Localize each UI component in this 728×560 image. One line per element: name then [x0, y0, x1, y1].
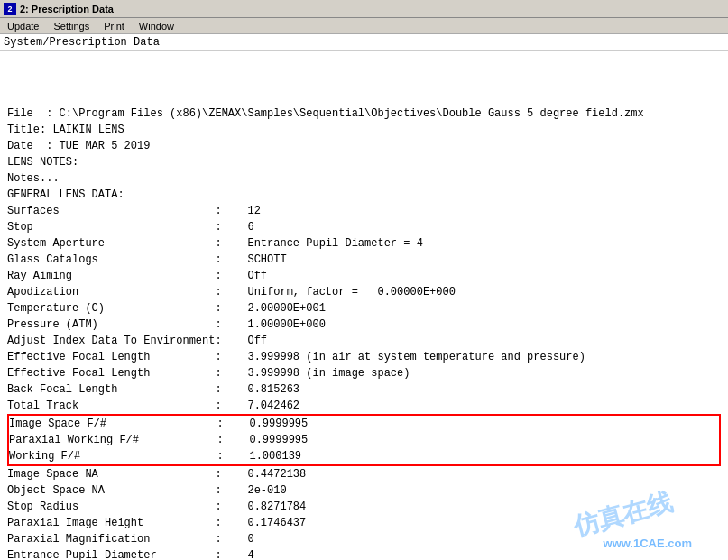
data-row: Image Space F/# : 0.9999995	[9, 416, 719, 432]
data-row: Ray Aiming : Off	[7, 268, 721, 284]
title-bar: 2 2: Prescription Data	[0, 0, 728, 18]
text-line: File : C:\Program Files (x86)\ZEMAX\Samp…	[7, 106, 721, 122]
data-row: Adjust Index Data To Environment: Off	[7, 333, 721, 349]
menu-item-window[interactable]: Window	[135, 21, 178, 32]
data-row: Paraxial Image Height : 0.1746437	[7, 515, 721, 531]
highlight-section: Image Space F/# : 0.9999995Paraxial Work…	[7, 414, 721, 466]
data-row: Paraxial Magnification : 0	[7, 531, 721, 547]
data-row: Image Space NA : 0.4472138	[7, 466, 721, 482]
data-row: Effective Focal Length : 3.999998 (in im…	[7, 365, 721, 381]
data-row: Pressure (ATM) : 1.00000E+000	[7, 317, 721, 333]
data-row: Entrance Pupil Diameter : 4	[7, 547, 721, 560]
menu-item-update[interactable]: Update	[4, 21, 42, 32]
data-row: Glass Catalogs : SCHOTT	[7, 252, 721, 268]
data-row: Object Space NA : 2e-010	[7, 482, 721, 499]
data-row: Stop : 6	[7, 219, 721, 235]
breadcrumb: System/Prescription Data	[0, 34, 728, 51]
content-area: File : C:\Program Files (x86)\ZEMAX\Samp…	[0, 51, 728, 560]
window-title: 2: Prescription Data	[20, 4, 114, 14]
text-line: Date : TUE MAR 5 2019	[7, 138, 721, 154]
menu-item-settings[interactable]: Settings	[50, 21, 93, 32]
data-row: Effective Focal Length : 3.999998 (in ai…	[7, 349, 721, 365]
window-icon: 2	[4, 3, 16, 15]
text-line: Notes...	[7, 170, 721, 187]
data-row: Working F/# : 1.000139	[9, 448, 719, 464]
data-row: Paraxial Working F/# : 0.9999995	[9, 432, 719, 448]
text-line: LENS NOTES:	[7, 154, 721, 170]
data-row: Total Track : 7.042462	[7, 398, 721, 414]
menu-bar: UpdateSettingsPrintWindow	[0, 18, 728, 34]
text-line: GENERAL LENS DATA:	[7, 187, 721, 203]
data-row: Surfaces : 12	[7, 203, 721, 219]
text-line: Title: LAIKIN LENS	[7, 122, 721, 138]
data-row: System Aperture : Entrance Pupil Diamete…	[7, 235, 721, 252]
data-row: Back Focal Length : 0.815263	[7, 381, 721, 398]
data-row: Apodization : Uniform, factor = 0.00000E…	[7, 284, 721, 300]
data-row: Stop Radius : 0.8271784	[7, 499, 721, 515]
data-row: Temperature (C) : 2.00000E+001	[7, 300, 721, 317]
menu-item-print[interactable]: Print	[100, 21, 128, 32]
